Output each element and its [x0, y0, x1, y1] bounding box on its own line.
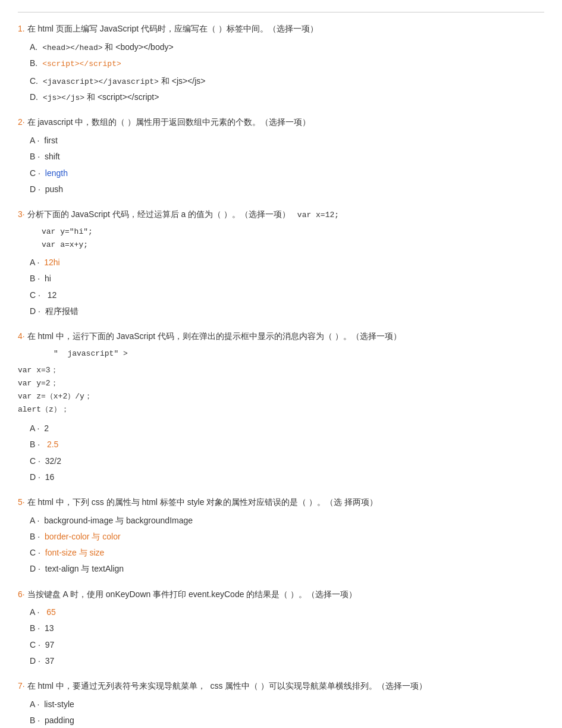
q1-option-d[interactable]: D. <js></js> 和 <script></script> [30, 90, 544, 105]
q7-option-b-text: padding [45, 716, 74, 725]
q4-number: 4· [18, 331, 25, 341]
q6-option-c-text: 97 [45, 640, 55, 649]
q2-number: 2· [18, 117, 25, 127]
q3-option-c-letter: C · [30, 290, 40, 300]
q3-option-b-letter: B · [30, 274, 40, 283]
q3-code-inline: var x=12; [297, 211, 339, 219]
question-4: 4· 在 html 中，运行下面的 JavaScript 代码，则在弹出的提示框… [18, 330, 544, 485]
q3-option-d-text: 程序报错 [45, 306, 79, 316]
q3-option-a-letter: A · [30, 258, 39, 267]
question-2: 2· 在 javascript 中，数组的（ ）属性用于返回数组中元素的个数。（… [18, 115, 544, 197]
q6-option-c[interactable]: C · 97 [30, 638, 544, 652]
question-3: 3· 分析下面的 JavaScript 代码，经过运算后 a 的值为（ ）。（选… [18, 208, 544, 319]
q7-option-a[interactable]: A · list-style [30, 697, 544, 712]
q7-option-a-letter: A · [30, 699, 39, 709]
q4-option-b-letter: B · [30, 440, 40, 449]
q2-option-d-text: push [45, 184, 63, 194]
q5-option-b-letter: B · [30, 532, 40, 541]
q5-option-a[interactable]: A · background-image 与 backgroundImage [30, 513, 544, 528]
q3-option-a-text: 12hi [44, 258, 59, 267]
q4-code-line2: var y=2； [18, 377, 544, 390]
q6-options: A · 65 B · 13 C · 97 D · 37 [30, 605, 544, 669]
q5-option-b[interactable]: B · border-color 与 color [30, 529, 544, 544]
q1-option-d-text: <js></js> [43, 93, 84, 102]
q4-option-a[interactable]: A · 2 [30, 421, 544, 436]
q2-option-b[interactable]: B · shift [30, 149, 544, 164]
q3-option-d-letter: D · [30, 306, 40, 316]
q5-option-a-letter: A · [30, 516, 39, 525]
q2-option-a[interactable]: A · first [30, 133, 544, 148]
q4-option-d-text: 16 [45, 472, 55, 482]
q1-option-a-letter: A. [30, 42, 37, 52]
q1-option-a[interactable]: A. <head></head> 和 <body></body> [30, 40, 544, 55]
q6-title: 6· 当按键盘 A 时，使用 onKeyDown 事件打印 event.keyC… [18, 588, 544, 602]
q7-option-b[interactable]: B · padding [30, 713, 544, 728]
q5-option-c-letter: C · [30, 548, 40, 557]
q3-option-a[interactable]: A · 12hi [30, 255, 544, 270]
q5-option-d[interactable]: D · text-align 与 textAlign [30, 561, 544, 576]
q3-code: var y="hi"; var a=x+y; [42, 225, 544, 252]
q6-option-d[interactable]: D · 37 [30, 654, 544, 669]
q3-option-b[interactable]: B · hi [30, 271, 544, 286]
q3-option-b-text: hi [45, 274, 51, 283]
q7-number: 7· [18, 681, 25, 691]
q4-option-c-letter: C · [30, 456, 40, 466]
q1-options: A. <head></head> 和 <body></body> B. <scr… [30, 40, 544, 105]
q2-option-c[interactable]: C · length [30, 166, 544, 181]
q4-option-b[interactable]: B · 2.5 [30, 437, 544, 452]
q2-option-b-text: shift [45, 152, 60, 161]
q6-option-b[interactable]: B · 13 [30, 621, 544, 636]
q5-option-a-text: background-image 与 backgroundImage [44, 516, 193, 525]
q3-option-c[interactable]: C · 12 [30, 288, 544, 303]
q1-option-d-letter: D. [30, 92, 38, 102]
q6-option-a[interactable]: A · 65 [30, 605, 544, 620]
q1-option-c[interactable]: C. <javascript></javascript> 和 <js></js> [30, 74, 544, 89]
q2-option-c-text: length [45, 168, 68, 178]
question-1: 1. 在 html 页面上编写 JavaScript 代码时，应编写在（ ）标签… [18, 22, 544, 105]
q5-option-c-text: font-size 与 size [45, 548, 105, 557]
q3-number: 3· [18, 209, 25, 219]
q6-option-b-letter: B · [30, 623, 40, 633]
q5-options: A · background-image 与 backgroundImage B… [30, 513, 544, 577]
q4-option-c[interactable]: C · 32/2 [30, 454, 544, 469]
q1-title: 1. 在 html 页面上编写 JavaScript 代码时，应编写在（ ）标签… [18, 22, 544, 36]
q3-option-d[interactable]: D · 程序报错 [30, 304, 544, 319]
q3-options: A · 12hi B · hi C · 12 D · 程序报错 [30, 255, 544, 319]
q1-option-a-text: <head></head> [42, 43, 102, 52]
q2-option-d[interactable]: D · push [30, 182, 544, 197]
question-6: 6· 当按键盘 A 时，使用 onKeyDown 事件打印 event.keyC… [18, 588, 544, 669]
q6-option-d-text: 37 [45, 656, 55, 666]
q5-option-d-text: text-align 与 textAlign [45, 564, 124, 573]
q5-option-c[interactable]: C · font-size 与 size [30, 545, 544, 560]
q1-option-b[interactable]: B. <script></script> [30, 56, 544, 71]
q4-code-tag-line: " javascript" > [54, 347, 544, 360]
q5-title: 5· 在 html 中，下列 css 的属性与 html 标签中 style 对… [18, 495, 544, 510]
q4-code-line4: alert（z）； [18, 403, 544, 416]
q4-option-c-text: 32/2 [45, 456, 61, 466]
q5-number: 5· [18, 497, 25, 507]
q4-options: A · 2 B · 2.5 C · 32/2 D · 16 [30, 421, 544, 485]
q4-code-line1: var x=3； [18, 364, 544, 377]
q4-option-d[interactable]: D · 16 [30, 470, 544, 485]
q3-code-line1: var y="hi"; [42, 225, 544, 239]
q3-option-c-text: 12 [45, 290, 56, 300]
q6-option-d-letter: D · [30, 656, 40, 666]
q4-title: 4· 在 html 中，运行下面的 JavaScript 代码，则在弹出的提示框… [18, 330, 544, 344]
q4-option-d-letter: D · [30, 472, 40, 482]
q5-option-b-text: border-color 与 color [45, 532, 121, 541]
q2-title: 2· 在 javascript 中，数组的（ ）属性用于返回数组中元素的个数。（… [18, 115, 544, 130]
q4-option-a-letter: A · [30, 423, 39, 433]
q1-option-c-text: <javascript></javascript> [43, 77, 159, 86]
q4-option-a-text: 2 [44, 423, 49, 433]
q4-code: var x=3； var y=2； var z=（x+2）/y； alert（z… [18, 364, 544, 416]
q7-options: A · list-style B · padding [30, 697, 544, 728]
q2-option-b-letter: B · [30, 152, 40, 161]
q1-option-c-letter: C. [30, 76, 38, 86]
q1-option-c-and: 和 <js></js> [161, 76, 206, 86]
q3-title: 3· 分析下面的 JavaScript 代码，经过运算后 a 的值为（ ）。（选… [18, 208, 544, 222]
q6-option-a-letter: A · [30, 607, 39, 617]
q4-code-tag: " javascript" > [54, 347, 544, 360]
q6-option-a-text: 65 [44, 607, 55, 617]
q3-code-line2: var a=x+y; [42, 239, 544, 252]
q2-option-d-letter: D · [30, 184, 40, 194]
